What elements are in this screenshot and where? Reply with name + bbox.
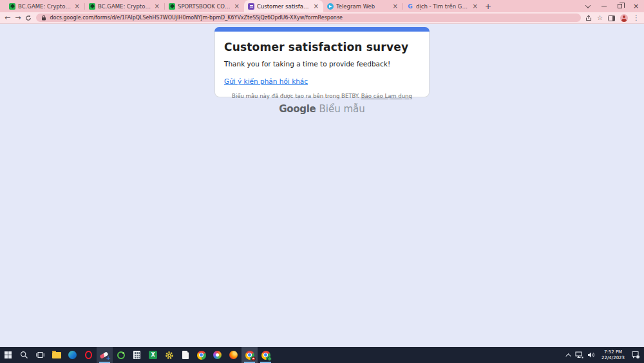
pill-app-icon: +	[100, 351, 109, 360]
chevron-up-icon	[565, 353, 571, 358]
share-button[interactable]	[585, 12, 592, 24]
green-circle-app-icon	[117, 351, 125, 359]
tab-title: Customer satisfaction survey	[257, 3, 310, 10]
report-abuse-link[interactable]: Báo cáo Lạm dụng	[361, 93, 412, 99]
firefox-icon	[229, 351, 238, 359]
side-panel-button[interactable]	[608, 12, 615, 24]
chrome-button[interactable]	[193, 347, 209, 363]
chevron-down-icon	[585, 3, 590, 8]
tab-customer-survey-active[interactable]: Customer satisfaction survey ×	[244, 0, 323, 12]
back-button[interactable]: ←	[5, 14, 10, 21]
new-tab-button[interactable]: +	[482, 1, 494, 12]
green-circle-app-button[interactable]	[113, 347, 129, 363]
edge-button[interactable]	[64, 347, 80, 363]
url-text: docs.google.com/forms/d/e/1FAIpQLSehHS7W…	[50, 15, 343, 21]
tab-close-icon[interactable]: ×	[472, 3, 478, 10]
tab-telegram[interactable]: Telegram Web ×	[323, 0, 402, 12]
network-status-button[interactable]	[573, 347, 585, 363]
restore-icon	[618, 4, 622, 8]
bookmark-star-icon[interactable]: ☆	[597, 15, 603, 21]
opera-icon	[85, 351, 92, 359]
taskbar-search-button[interactable]	[16, 347, 32, 363]
tab-close-icon[interactable]: ×	[234, 3, 240, 10]
chrome-profile-red-button[interactable]	[242, 347, 258, 363]
tray-overflow-button[interactable]	[565, 347, 573, 363]
close-window-button[interactable]: ×	[628, 0, 644, 12]
telegram-favicon-icon	[327, 3, 334, 10]
browser-menu-icon[interactable]: ⋮	[633, 15, 639, 21]
red-profile-badge	[251, 357, 256, 361]
excel-icon: X	[149, 351, 157, 359]
footer-created-text: Biểu mẫu này đã được tạo ra bên trong BE…	[232, 93, 359, 99]
bcgame-favicon-icon	[9, 3, 15, 10]
submit-another-response-link[interactable]: Gửi ý kiến phản hồi khác	[224, 77, 308, 85]
tab-close-icon[interactable]: ×	[313, 3, 319, 10]
minimize-icon	[601, 6, 607, 6]
tab-title: BC.GAME: Crypto Casino Games	[18, 3, 71, 10]
google-logo-text: Google	[279, 103, 316, 115]
pill-app-button[interactable]: +	[97, 347, 113, 363]
browser-toolbar: ← → docs.google.com/forms/d/e/1FAIpQLSeh…	[0, 12, 644, 24]
chrome-icon	[197, 351, 206, 360]
address-bar[interactable]: docs.google.com/forms/d/e/1FAIpQLSehHS7W…	[36, 14, 581, 22]
settings-gear-button[interactable]	[161, 347, 177, 363]
multicolor-app-button[interactable]	[209, 347, 225, 363]
tab-google-search[interactable]: G dịch - Tìm trên Google ×	[403, 0, 482, 12]
notepad-button[interactable]	[177, 347, 193, 363]
chrome-profile-green-button[interactable]	[258, 347, 274, 363]
card-body: Customer satisfaction survey Thank you f…	[214, 32, 430, 97]
google-forms-wordmark: Google Biểu mẫu	[0, 103, 644, 115]
green-profile-badge	[267, 357, 272, 361]
tab-search-chevron-icon[interactable]	[580, 0, 596, 12]
form-response-page: Customer satisfaction survey Thank you f…	[0, 25, 644, 347]
tab-sportsbook-survey[interactable]: SPORTSBOOK COMMUNITY SUR ×	[165, 0, 244, 12]
restore-button[interactable]	[612, 0, 628, 12]
system-tray: 7:52 PM 22/4/2023	[565, 347, 644, 363]
reload-button[interactable]	[25, 15, 32, 21]
tab-title: SPORTSBOOK COMMUNITY SUR	[178, 3, 231, 10]
excel-button[interactable]: X	[145, 347, 161, 363]
form-footer: Biểu mẫu này đã được tạo ra bên trong BE…	[0, 93, 644, 99]
window-controls: ×	[580, 0, 644, 12]
opera-button[interactable]	[80, 347, 97, 363]
google-forms-favicon-icon	[248, 3, 254, 10]
browser-tab-strip: BC.GAME: Crypto Casino Games × BC.GAME: …	[0, 0, 644, 12]
tab-title: Telegram Web	[336, 3, 390, 10]
tab-close-icon[interactable]: ×	[392, 3, 399, 10]
task-view-icon	[36, 351, 44, 358]
calculator-button[interactable]	[129, 347, 145, 363]
edge-icon	[68, 351, 77, 359]
action-center-button[interactable]	[629, 347, 642, 363]
firefox-button[interactable]	[225, 347, 242, 363]
calculator-icon	[133, 351, 140, 359]
google-favicon-icon: G	[407, 3, 413, 10]
share-icon	[585, 15, 592, 21]
start-button[interactable]	[0, 347, 16, 363]
windows-taskbar: + X 7:52 PM	[0, 347, 644, 363]
toolbar-action-icons: ☆ ⋮	[585, 12, 639, 24]
task-view-button[interactable]	[32, 347, 48, 363]
volume-button[interactable]	[585, 347, 597, 363]
forward-button[interactable]: →	[15, 14, 21, 21]
file-explorer-button[interactable]	[48, 347, 64, 363]
sportsbook-favicon-icon	[169, 3, 175, 10]
tray-time: 7:52 PM	[601, 349, 625, 355]
tab-title: BC.GAME: Crypto Casino Games	[98, 3, 151, 10]
clock[interactable]: 7:52 PM 22/4/2023	[597, 347, 629, 363]
document-icon	[182, 351, 189, 359]
side-panel-icon	[608, 15, 615, 21]
confirmation-message: Thank you for taking a time to provide f…	[224, 60, 420, 68]
action-center-icon	[631, 351, 640, 359]
tab-title: dịch - Tìm trên Google	[416, 3, 469, 10]
tab-bcgame-1[interactable]: BC.GAME: Crypto Casino Games ×	[5, 0, 84, 12]
card-accent-bar	[214, 27, 430, 32]
profile-avatar[interactable]	[620, 14, 628, 22]
minimize-button[interactable]	[596, 0, 612, 12]
tab-bcgame-2[interactable]: BC.GAME: Crypto Casino Games ×	[85, 0, 164, 12]
windows-logo-icon	[5, 351, 12, 358]
speaker-icon	[587, 351, 595, 358]
form-title: Customer satisfaction survey	[224, 41, 420, 54]
tab-close-icon[interactable]: ×	[74, 3, 80, 10]
gear-icon	[165, 351, 174, 360]
tab-close-icon[interactable]: ×	[154, 3, 160, 10]
